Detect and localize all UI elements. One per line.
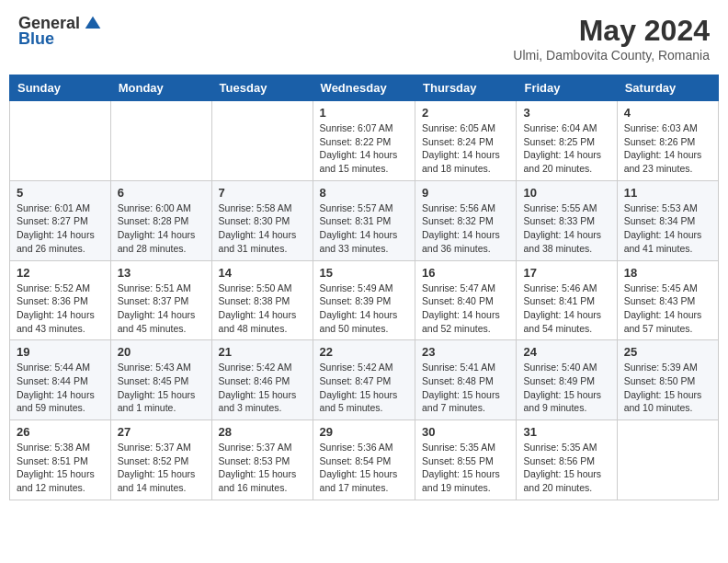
day-number: 29 — [320, 425, 408, 439]
day-number: 7 — [219, 186, 306, 200]
day-number: 1 — [320, 106, 408, 120]
calendar-cell: 31Sunrise: 5:35 AM Sunset: 8:56 PM Dayli… — [517, 420, 617, 500]
calendar-cell: 17Sunrise: 5:46 AM Sunset: 8:41 PM Dayli… — [517, 260, 617, 340]
calendar-cell: 3Sunrise: 6:04 AM Sunset: 8:25 PM Daylig… — [517, 101, 617, 181]
day-info: Sunrise: 5:37 AM Sunset: 8:52 PM Dayligh… — [118, 441, 205, 495]
calendar-cell: 4Sunrise: 6:03 AM Sunset: 8:26 PM Daylig… — [617, 101, 718, 181]
day-info: Sunrise: 5:55 AM Sunset: 8:33 PM Dayligh… — [523, 201, 609, 256]
day-number: 12 — [17, 266, 104, 280]
calendar-cell: 1Sunrise: 6:07 AM Sunset: 8:22 PM Daylig… — [313, 101, 415, 181]
logo-blue-text: Blue — [18, 29, 54, 49]
calendar-cell: 29Sunrise: 5:36 AM Sunset: 8:54 PM Dayli… — [313, 420, 415, 500]
calendar-cell: 6Sunrise: 6:00 AM Sunset: 8:28 PM Daylig… — [110, 180, 211, 260]
day-number: 14 — [219, 266, 306, 280]
day-number: 3 — [523, 106, 609, 120]
day-number: 24 — [523, 345, 609, 359]
day-number: 19 — [17, 345, 104, 359]
day-info: Sunrise: 6:04 AM Sunset: 8:25 PM Dayligh… — [523, 121, 609, 176]
weekday-header-wednesday: Wednesday — [313, 75, 415, 101]
calendar-cell: 13Sunrise: 5:51 AM Sunset: 8:37 PM Dayli… — [110, 260, 211, 340]
day-info: Sunrise: 5:35 AM Sunset: 8:55 PM Dayligh… — [422, 441, 509, 495]
calendar-cell: 24Sunrise: 5:40 AM Sunset: 8:49 PM Dayli… — [517, 340, 617, 420]
calendar-cell: 19Sunrise: 5:44 AM Sunset: 8:44 PM Dayli… — [10, 340, 111, 420]
day-number: 4 — [624, 106, 711, 120]
calendar-cell: 27Sunrise: 5:37 AM Sunset: 8:52 PM Dayli… — [110, 420, 211, 500]
day-info: Sunrise: 5:42 AM Sunset: 8:47 PM Dayligh… — [320, 361, 408, 415]
svg-marker-0 — [85, 16, 101, 28]
day-info: Sunrise: 5:52 AM Sunset: 8:36 PM Dayligh… — [17, 282, 104, 336]
day-info: Sunrise: 5:38 AM Sunset: 8:51 PM Dayligh… — [17, 441, 104, 495]
day-number: 13 — [118, 266, 205, 280]
calendar-cell — [617, 420, 718, 500]
calendar-week-row: 12Sunrise: 5:52 AM Sunset: 8:36 PM Dayli… — [10, 260, 719, 340]
weekday-header-monday: Monday — [110, 75, 211, 101]
weekday-header-row: SundayMondayTuesdayWednesdayThursdayFrid… — [10, 75, 719, 101]
day-info: Sunrise: 6:03 AM Sunset: 8:26 PM Dayligh… — [624, 121, 711, 176]
day-info: Sunrise: 5:44 AM Sunset: 8:44 PM Dayligh… — [17, 361, 104, 415]
day-number: 17 — [523, 266, 609, 280]
day-number: 11 — [624, 186, 711, 200]
calendar-cell: 21Sunrise: 5:42 AM Sunset: 8:46 PM Dayli… — [211, 340, 313, 420]
weekday-header-saturday: Saturday — [617, 75, 718, 101]
month-year-title: May 2024 — [513, 14, 710, 48]
calendar-cell — [211, 101, 313, 181]
calendar-cell: 26Sunrise: 5:38 AM Sunset: 8:51 PM Dayli… — [10, 420, 111, 500]
calendar-table: SundayMondayTuesdayWednesdayThursdayFrid… — [9, 75, 719, 500]
day-info: Sunrise: 5:45 AM Sunset: 8:43 PM Dayligh… — [624, 282, 711, 336]
calendar-cell: 30Sunrise: 5:35 AM Sunset: 8:55 PM Dayli… — [415, 420, 517, 500]
day-number: 16 — [422, 266, 509, 280]
day-number: 2 — [422, 106, 509, 120]
calendar-cell — [110, 101, 211, 181]
calendar-cell: 22Sunrise: 5:42 AM Sunset: 8:47 PM Dayli… — [313, 340, 415, 420]
calendar-cell: 14Sunrise: 5:50 AM Sunset: 8:38 PM Dayli… — [211, 260, 313, 340]
weekday-header-friday: Friday — [517, 75, 617, 101]
calendar-week-row: 19Sunrise: 5:44 AM Sunset: 8:44 PM Dayli… — [10, 340, 719, 420]
day-info: Sunrise: 5:57 AM Sunset: 8:31 PM Dayligh… — [320, 201, 408, 256]
day-info: Sunrise: 5:41 AM Sunset: 8:48 PM Dayligh… — [422, 361, 509, 415]
calendar-cell — [10, 101, 111, 181]
day-info: Sunrise: 5:37 AM Sunset: 8:53 PM Dayligh… — [219, 441, 306, 495]
day-info: Sunrise: 5:50 AM Sunset: 8:38 PM Dayligh… — [219, 282, 306, 336]
calendar-cell: 15Sunrise: 5:49 AM Sunset: 8:39 PM Dayli… — [313, 260, 415, 340]
day-info: Sunrise: 5:49 AM Sunset: 8:39 PM Dayligh… — [320, 282, 408, 336]
calendar-cell: 10Sunrise: 5:55 AM Sunset: 8:33 PM Dayli… — [517, 180, 617, 260]
day-number: 18 — [624, 266, 711, 280]
day-number: 31 — [523, 425, 609, 439]
day-info: Sunrise: 5:40 AM Sunset: 8:49 PM Dayligh… — [523, 361, 609, 415]
calendar-cell: 5Sunrise: 6:01 AM Sunset: 8:27 PM Daylig… — [10, 180, 111, 260]
calendar-cell: 18Sunrise: 5:45 AM Sunset: 8:43 PM Dayli… — [617, 260, 718, 340]
title-section: May 2024 Ulmi, Dambovita County, Romania — [513, 14, 710, 63]
day-number: 6 — [118, 186, 205, 200]
calendar-cell: 20Sunrise: 5:43 AM Sunset: 8:45 PM Dayli… — [110, 340, 211, 420]
day-info: Sunrise: 5:42 AM Sunset: 8:46 PM Dayligh… — [219, 361, 306, 415]
day-info: Sunrise: 5:53 AM Sunset: 8:34 PM Dayligh… — [624, 201, 711, 256]
calendar-cell: 9Sunrise: 5:56 AM Sunset: 8:32 PM Daylig… — [415, 180, 517, 260]
calendar-cell: 11Sunrise: 5:53 AM Sunset: 8:34 PM Dayli… — [617, 180, 718, 260]
day-info: Sunrise: 6:07 AM Sunset: 8:22 PM Dayligh… — [320, 121, 408, 176]
day-number: 5 — [17, 186, 104, 200]
calendar-week-row: 1Sunrise: 6:07 AM Sunset: 8:22 PM Daylig… — [10, 101, 719, 181]
day-number: 22 — [320, 345, 408, 359]
day-number: 15 — [320, 266, 408, 280]
day-number: 26 — [17, 425, 104, 439]
day-info: Sunrise: 5:58 AM Sunset: 8:30 PM Dayligh… — [219, 201, 306, 256]
day-info: Sunrise: 6:01 AM Sunset: 8:27 PM Dayligh… — [17, 201, 104, 256]
day-info: Sunrise: 5:43 AM Sunset: 8:45 PM Dayligh… — [118, 361, 205, 415]
weekday-header-sunday: Sunday — [10, 75, 111, 101]
weekday-header-tuesday: Tuesday — [211, 75, 313, 101]
calendar-cell: 8Sunrise: 5:57 AM Sunset: 8:31 PM Daylig… — [313, 180, 415, 260]
day-number: 28 — [219, 425, 306, 439]
calendar-cell: 7Sunrise: 5:58 AM Sunset: 8:30 PM Daylig… — [211, 180, 313, 260]
day-number: 30 — [422, 425, 509, 439]
calendar-cell: 16Sunrise: 5:47 AM Sunset: 8:40 PM Dayli… — [415, 260, 517, 340]
calendar-cell: 2Sunrise: 6:05 AM Sunset: 8:24 PM Daylig… — [415, 101, 517, 181]
day-info: Sunrise: 5:46 AM Sunset: 8:41 PM Dayligh… — [523, 282, 609, 336]
day-number: 10 — [523, 186, 609, 200]
day-number: 8 — [320, 186, 408, 200]
day-info: Sunrise: 6:00 AM Sunset: 8:28 PM Dayligh… — [118, 201, 205, 256]
calendar-cell: 25Sunrise: 5:39 AM Sunset: 8:50 PM Dayli… — [617, 340, 718, 420]
day-info: Sunrise: 5:36 AM Sunset: 8:54 PM Dayligh… — [320, 441, 408, 495]
header: General Blue May 2024 Ulmi, Dambovita Co… — [9, 9, 719, 67]
calendar-week-row: 5Sunrise: 6:01 AM Sunset: 8:27 PM Daylig… — [10, 180, 719, 260]
day-info: Sunrise: 5:35 AM Sunset: 8:56 PM Dayligh… — [523, 441, 609, 495]
